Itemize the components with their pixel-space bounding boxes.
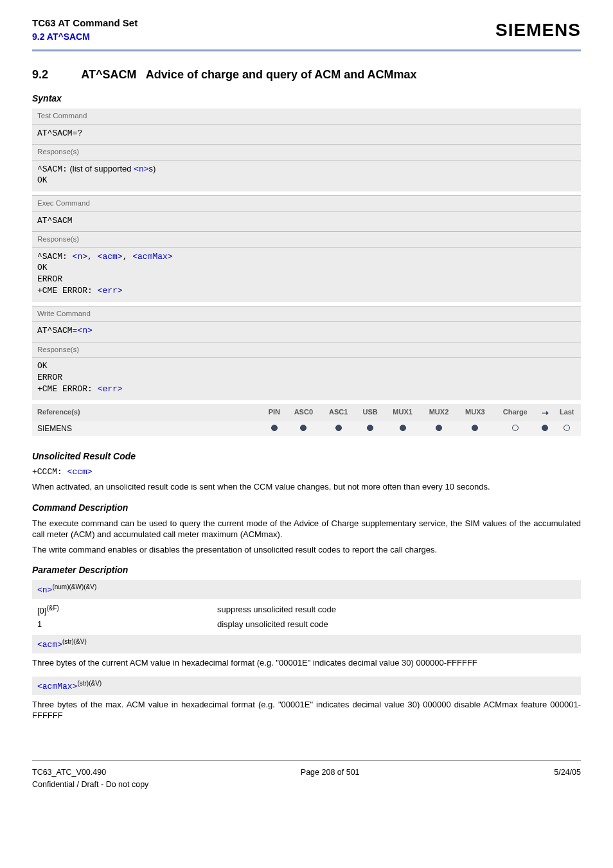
header-left: TC63 AT Command Set 9.2 AT^SACM [32,17,138,43]
exec-c2: , [123,252,133,261]
param-acm-sup: (str)(&V) [62,638,87,645]
param-acmmax-name[interactable]: <acmMax> [37,682,77,691]
param-n-sup: (num)(&W)(&V) [52,583,96,590]
write-command-block: Write Command AT^SACM=<n> Response(s) OK… [32,306,581,400]
n-param-link-3[interactable]: <n> [77,326,92,335]
write-command-label: Write Command [32,306,581,323]
write-cme-a: +CME ERROR: [37,384,98,394]
header-divider [32,49,581,51]
param-n-v0-sup: (&F) [46,605,58,612]
dot-asc0 [300,425,306,431]
dot-airplane [542,425,548,431]
write-response-label: Response(s) [32,342,581,359]
write-error: ERROR [37,372,576,384]
dot-mux2 [436,425,442,431]
test-response-label: Response(s) [32,144,581,161]
test-command-cmd: AT^SACM=? [37,128,82,138]
col-mux1: MUX1 [384,404,420,421]
urc-code: +CCCM: <ccm> [32,466,581,478]
col-charge: Charge [493,404,537,421]
dot-usb [367,425,373,431]
col-mux2: MUX2 [421,404,457,421]
exec-response-label: Response(s) [32,231,581,248]
col-asc1: ASC1 [321,404,356,421]
param-acmmax-desc: Three bytes of the max. ACM value in hex… [32,699,581,722]
section-title-desc: Advice of charge and query of ACM and AC… [146,68,417,81]
test-command-block: Test Command AT^SACM=? Response(s) ^SACM… [32,109,581,191]
cmddesc-heading: Command Description [32,502,581,514]
col-pin: PIN [263,404,286,421]
test-resp-text-a: (list of supported [69,164,134,173]
test-resp-prefix: ^SACM: [37,164,67,174]
reference-header-row: Reference(s) PIN ASC0 ASC1 USB MUX1 MUX2… [32,404,581,421]
dot-mux1 [400,425,406,431]
acm-param-link[interactable]: <acm> [98,252,123,261]
col-mux3: MUX3 [457,404,493,421]
test-command-label: Test Command [32,109,581,125]
footer-page: Page 208 of 501 [301,767,360,778]
n-param-link[interactable]: <n> [134,164,148,174]
exec-resp-prefix: ^SACM: [37,252,73,261]
write-ok: OK [37,360,576,372]
cmddesc-p2: The write command enables or disables th… [32,544,581,556]
exec-command-block: Exec Command AT^SACM Response(s) ^SACM: … [32,195,581,302]
dot-charge [512,425,519,431]
exec-error: ERROR [37,274,576,285]
param-acm-name[interactable]: <acm> [37,641,62,650]
param-n-row: <n>(num)(&W)(&V) [32,580,581,599]
param-n-v0-key: [0](&F) [37,604,217,617]
param-acm-row: <acm>(str)(&V) [32,635,581,653]
product-name: TC63 AT Command Set [32,17,138,30]
footer-confidential: Confidential / Draft - Do not copy [32,779,581,790]
test-resp-text-b: s) [149,164,156,173]
section-title-cmd: AT^SACM [81,68,136,81]
acmmax-param-link[interactable]: <acmMax> [132,252,172,261]
cmddesc-p1: The execute command can be used to query… [32,518,581,540]
col-asc0: ASC0 [286,404,321,421]
param-n-values: [0](&F) suppress unsolicited result code… [37,604,581,630]
param-acmmax-sup: (str)(&V) [77,680,102,687]
exec-c1: , [87,252,98,261]
footer-date: 5/24/05 [554,767,581,778]
urc-heading: Unsolicited Result Code [32,450,581,463]
syntax-heading: Syntax [32,93,581,105]
exec-command-cmd: AT^SACM [37,216,73,226]
reference-table: Reference(s) PIN ASC0 ASC1 USB MUX1 MUX2… [32,404,581,436]
section-title: 9.2 AT^SACM Advice of charge and query o… [32,67,581,82]
section-number: 9.2 [32,67,78,82]
col-usb: USB [356,404,384,421]
col-last: Last [553,404,581,421]
footer-doc: TC63_ATC_V00.490 [32,767,106,778]
test-response-line: ^SACM: (list of supported <n>s) [37,163,576,175]
write-cmd-a: AT^SACM= [37,326,77,335]
err-link[interactable]: <err> [98,286,123,296]
n-param-link-2[interactable]: <n> [73,252,87,261]
page-header: TC63 AT Command Set 9.2 AT^SACM SIEMENS [32,17,581,43]
param-acmmax-row: <acmMax>(str)(&V) [32,677,581,695]
test-ok: OK [37,175,576,186]
dot-pin [271,425,278,431]
reference-body-row: SIEMENS [32,421,581,436]
urc-para: When activated, an unsolicited result co… [32,481,581,493]
reference-source: SIEMENS [32,421,263,436]
err-link-2[interactable]: <err> [98,384,123,394]
exec-cme-a: +CME ERROR: [37,286,98,296]
paramdesc-heading: Parameter Description [32,564,581,576]
param-n-v1-key: 1 [37,619,217,630]
exec-response-line: ^SACM: <n>, <acm>, <acmMax> [37,251,576,263]
airplane-icon: ➝ [542,407,549,419]
exec-command-label: Exec Command [32,195,581,212]
dot-asc1 [335,425,342,431]
section-ref-link[interactable]: 9.2 AT^SACM [32,31,90,42]
siemens-logo: SIEMENS [495,18,581,42]
param-n-v1-desc: display unsolicited result code [217,619,328,630]
param-n-name[interactable]: <n> [37,585,52,595]
exec-ok: OK [37,262,576,274]
param-n-v0-desc: suppress unsolicited result code [217,604,336,617]
page-footer: TC63_ATC_V00.490 Page 208 of 501 5/24/05 [32,767,581,778]
param-acm-desc: Three bytes of the current ACM value in … [32,657,581,669]
dot-last [564,425,570,431]
urc-code-a: +CCCM: [32,467,67,477]
dot-mux3 [472,425,478,431]
ccm-param-link[interactable]: <ccm> [67,467,93,477]
